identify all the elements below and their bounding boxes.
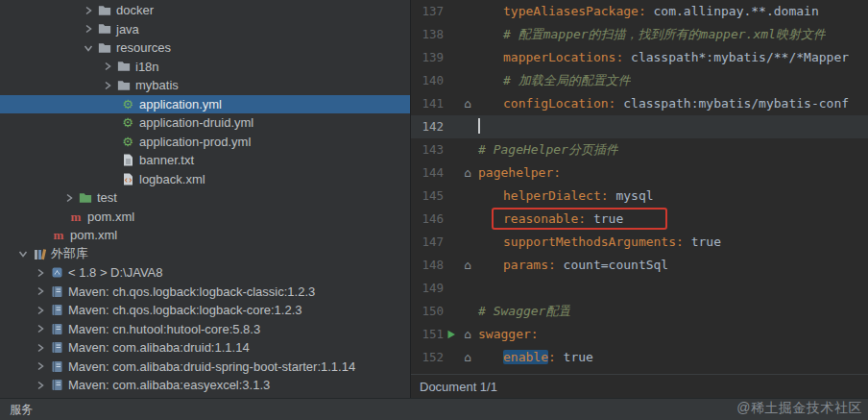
gutter-spacer [444,92,459,115]
code-line-content[interactable] [476,115,480,138]
editor-line[interactable]: 137typeAliasesPackage: com.allinpay.**.d… [411,0,868,23]
services-tab[interactable]: 服务 [10,402,33,418]
tree-item-label: Maven: ch.qos.logback:logback-core:1.2.3 [68,303,302,317]
tree-item[interactable]: 外部库 [0,245,410,264]
code-line-content[interactable]: enable: true [476,346,593,369]
code-line-content[interactable]: configLocation: classpath:mybatis/mybati… [476,92,849,115]
chevron-down-icon[interactable] [15,249,31,259]
tree-item[interactable]: test [0,188,410,208]
editor-line[interactable]: 151⌂swagger: [411,323,868,346]
tree-item[interactable]: i18n [0,58,410,77]
spring-config-icon: ⚙ [119,116,136,129]
editor-line[interactable]: 143# PageHelper分页插件 [411,138,868,161]
code-line-content[interactable]: # PageHelper分页插件 [476,138,618,161]
document-status: Document 1/1 [420,380,497,394]
tree-item[interactable]: mybatis [0,76,410,95]
chevron-down-icon[interactable] [81,43,96,53]
tree-item[interactable]: Maven: cn.hutool:hutool-core:5.8.3 [0,320,410,339]
code-line-content[interactable]: # Swagger配置 [476,300,570,323]
editor-line[interactable]: 142 [411,115,868,138]
gutter-spacer [459,208,476,231]
chevron-right-icon[interactable] [33,268,48,278]
text-file-icon [119,154,136,166]
tree-item[interactable]: banner.txt [0,151,410,170]
tree-item[interactable]: mpom.xml [0,226,410,245]
editor-line[interactable]: 148⌂params: count=countSql [411,254,868,277]
gutter-spacer [444,46,459,69]
tree-item[interactable]: Maven: ch.qos.logback:logback-core:1.2.3 [0,301,410,320]
tree-item[interactable]: Maven: com.alibaba:easyexcel:3.1.3 [0,376,410,395]
line-number: 148 [411,254,444,277]
maven-lib-icon [48,285,65,298]
gutter-spacer [444,231,459,254]
chevron-right-icon[interactable] [61,193,77,203]
chevron-right-icon[interactable] [100,81,115,90]
editor-line[interactable]: 138# 配置mapper的扫描，找到所有的mapper.xml映射文件 [411,23,868,46]
code-token: # 加载全局的配置文件 [503,73,631,87]
tree-item-label: test [97,190,117,205]
editor-line[interactable]: 150# Swagger配置 [411,300,868,323]
code-line-content[interactable]: # 加载全局的配置文件 [476,69,631,92]
tree-item[interactable]: ⚙application-prod.yml [0,133,410,152]
tree-item-label: resources [116,40,171,55]
editor-line[interactable]: 146reasonable: true [411,208,868,231]
tree-item[interactable]: Maven: com.alibaba:druid-spring-boot-sta… [0,358,410,377]
editor-line[interactable]: 140# 加载全局的配置文件 [411,69,868,92]
editor-line[interactable]: 139mapperLocations: classpath*:mybatis/*… [411,46,868,69]
code-line-content[interactable]: mapperLocations: classpath*:mybatis/**/*… [476,46,849,69]
editor-lines[interactable]: 137typeAliasesPackage: com.allinpay.**.d… [411,0,868,374]
gutter-spacer [444,0,459,23]
tree-item[interactable]: Maven: ch.qos.logback:logback-classic:1.… [0,283,410,302]
code-token: pagehelper: [478,165,561,180]
code-token: supportMethodsArguments: [503,235,684,249]
code-line-content[interactable]: # 配置mapper的扫描，找到所有的mapper.xml映射文件 [476,23,826,46]
code-line-content[interactable]: typeAliasesPackage: com.allinpay.**.doma… [476,0,819,23]
code-token: reasonable: [503,211,586,226]
chevron-right-icon[interactable] [33,286,48,296]
tree-item[interactable]: < 1.8 > D:\JAVA8 [0,263,410,283]
chevron-right-icon[interactable] [81,6,96,15]
code-line-content[interactable] [476,277,478,300]
tree-item[interactable]: Maven: com.alibaba:druid:1.1.14 [0,338,410,358]
run-icon[interactable] [444,323,459,346]
tree-item-label: mybatis [135,78,179,92]
chevron-right-icon[interactable] [100,62,115,71]
line-number: 150 [411,300,444,323]
line-number: 145 [411,185,444,208]
tree-item[interactable]: ⚙application-druid.yml [0,113,410,133]
tree-item[interactable]: mpom.xml [0,208,410,227]
chevron-right-icon[interactable] [81,24,96,34]
folder-icon [96,23,113,35]
editor-line[interactable]: 152⌂enable: true [411,346,868,369]
code-line-content[interactable]: helperDialect: mysql [476,185,654,208]
chevron-right-icon[interactable] [33,324,48,334]
chevron-right-icon[interactable] [33,306,48,315]
editor-line[interactable]: 147supportMethodsArguments: true [411,231,868,254]
tree-item-label: Maven: ch.qos.logback:logback-classic:1.… [68,284,315,299]
tree-item[interactable]: java [0,20,410,39]
chevron-right-icon[interactable] [33,381,48,390]
maven-lib-icon [48,323,65,335]
tree-item[interactable]: ⚙application.yml [0,95,410,114]
gutter-spacer [444,208,459,231]
tree-item[interactable]: docker [0,1,410,20]
editor-line[interactable]: 141⌂configLocation: classpath:mybatis/my… [411,92,868,115]
tree-item[interactable]: logback.xml [0,170,410,189]
spring-config-icon: ⚙ [119,98,136,111]
code-line-content[interactable]: supportMethodsArguments: true [476,231,721,254]
chevron-right-icon[interactable] [33,343,48,353]
editor-line[interactable]: 145helperDialect: mysql [411,185,868,208]
gutter-spacer [444,185,459,208]
maven-lib-icon [48,304,65,316]
chevron-right-icon[interactable] [33,361,48,371]
code-token: swagger: [478,327,539,341]
code-line-content[interactable]: swagger: [476,323,539,346]
tree-item[interactable]: resources [0,38,410,58]
code-line-content[interactable]: pagehelper: [476,161,561,185]
editor-line[interactable]: 149 [411,277,868,300]
tree-item-label: docker [116,3,154,17]
code-line-content[interactable]: reasonable: true [476,208,667,231]
editor-line[interactable]: 144⌂pagehelper: [411,161,868,185]
gutter-spacer [444,69,459,92]
code-line-content[interactable]: params: count=countSql [476,254,668,277]
